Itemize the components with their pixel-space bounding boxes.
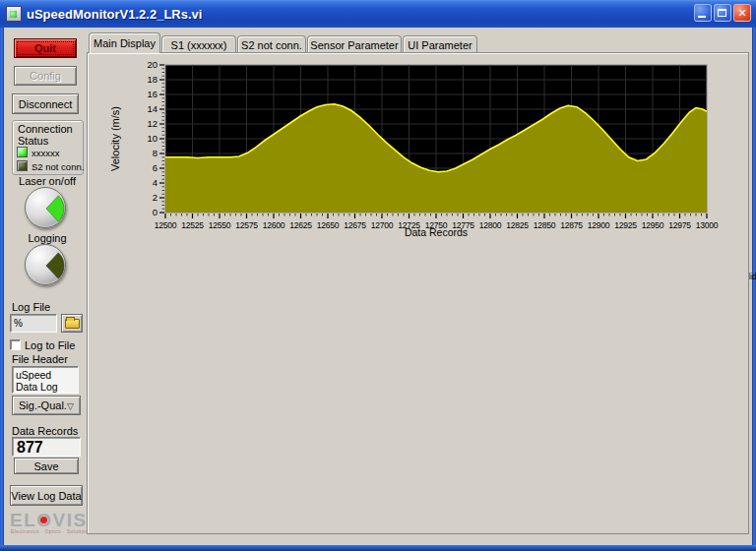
y-tick-label: 6 (153, 162, 158, 173)
close-icon (734, 6, 750, 21)
connection-status-title: Connection Status (18, 123, 79, 147)
config-button[interactable]: Config (14, 66, 77, 86)
x-tick-label: 13000 (696, 220, 719, 230)
laser-knob-indicator (26, 188, 67, 229)
window-title: uSpeedMonitorV1.2.2_LRs.vi (27, 7, 202, 22)
s2-status-label: S2 not conn. (32, 161, 84, 172)
y-tick-label: 20 (147, 59, 158, 70)
y-tick-label: 10 (147, 133, 158, 144)
connection-status-group: Connection Status xxxxxx S2 not conn. (12, 120, 84, 175)
log-file-label: Log File (12, 301, 50, 313)
browse-button[interactable] (61, 314, 83, 333)
close-button[interactable] (733, 4, 751, 22)
x-tick-label: 12975 (668, 220, 691, 230)
y-tick-label: 12 (147, 118, 158, 129)
x-tick-label: 12550 (209, 220, 231, 230)
x-tick-label: 12675 (344, 220, 366, 230)
y-tick-label: 18 (147, 74, 158, 85)
file-header-label: File Header (12, 353, 68, 365)
x-tick-label: 12750 (425, 220, 448, 230)
x-tick-label: 12825 (506, 220, 529, 230)
x-tick-label: 12875 (560, 220, 583, 230)
laser-knob[interactable] (25, 187, 66, 228)
maximize-icon (718, 9, 726, 17)
minimize-button[interactable] (694, 4, 712, 22)
x-tick-label: 12800 (479, 220, 502, 230)
view-log-data-button[interactable]: View Log Data (10, 485, 83, 506)
y-tick-label: 16 (147, 89, 158, 99)
data-records-display: 877 (12, 437, 81, 457)
s2-status-led (17, 160, 28, 171)
s1-status-label: xxxxxx (32, 148, 60, 158)
logging-knob[interactable] (25, 244, 66, 285)
log-file-input[interactable]: % (10, 314, 57, 333)
elovis-tagline: Electronics · Optics · Solutions (11, 528, 91, 534)
tab-ui-parameter[interactable]: UI Parameter (403, 35, 477, 53)
title-bar[interactable]: uSpeedMonitorV1.2.2_LRs.vi (0, 0, 756, 28)
window-border-left (0, 28, 4, 551)
y-tick-label: 0 (153, 207, 158, 217)
y-tick-label: 2 (153, 192, 158, 203)
window-border-bottom (0, 545, 756, 551)
file-header-input[interactable]: uSpeed Data Log (12, 366, 79, 394)
logo-part3: VIS (53, 510, 88, 530)
x-tick-label: 12775 (452, 220, 474, 230)
logo-o: O (36, 510, 52, 530)
x-tick-label: 12725 (398, 220, 420, 230)
x-tick-label: 12850 (534, 220, 556, 230)
x-tick-label: 12500 (155, 220, 177, 230)
logging-label: Logging (12, 232, 83, 244)
x-tick-label: 12650 (317, 220, 340, 230)
x-tick-label: 12525 (181, 220, 204, 230)
minimize-icon (698, 16, 706, 18)
laser-label: Laser on/off (12, 175, 83, 187)
sig-qual-dropdown-value: Sig.-Qual. (19, 399, 67, 411)
save-button[interactable]: Save (14, 458, 79, 474)
folder-icon (65, 319, 80, 329)
tab-s1[interactable]: S1 (xxxxxx) (161, 35, 236, 53)
y-tick-label: 14 (147, 103, 158, 114)
tab-sensor-parameter[interactable]: Sensor Parameter (307, 35, 402, 53)
y-tick-label: 8 (153, 148, 158, 158)
x-tick-label: 12900 (588, 220, 610, 230)
app-icon (6, 6, 22, 22)
x-tick-label: 12575 (235, 220, 258, 230)
window-border-right (752, 28, 756, 551)
data-records-label: Data Records (12, 425, 78, 437)
app-window: uSpeedMonitorV1.2.2_LRs.vi Quit Config D… (0, 0, 756, 551)
dropdown-arrow-icon (67, 399, 74, 411)
y-tick-label: 4 (153, 177, 158, 188)
sig-qual-dropdown[interactable]: Sig.-Qual. (12, 396, 81, 415)
logging-knob-indicator (26, 245, 67, 286)
x-tick-label: 12925 (614, 220, 637, 230)
x-tick-label: 12625 (289, 220, 312, 230)
s1-status-led (17, 147, 28, 157)
maximize-button[interactable] (714, 4, 731, 22)
tab-main-display[interactable]: Main Display (89, 32, 160, 53)
disconnect-button[interactable]: Disconnect (12, 93, 79, 114)
log-to-file-label: Log to File (25, 339, 75, 351)
x-tick-label: 12950 (642, 220, 664, 230)
quit-button[interactable]: Quit (14, 38, 77, 58)
velocity-chart-panel: Velocity (m/s) Data Records 125001252512… (99, 59, 735, 239)
tab-s2-not-conn[interactable]: S2 not conn. (237, 35, 306, 53)
x-tick-label: 12700 (371, 220, 394, 230)
logo-part1: EL (10, 510, 36, 530)
x-tick-label: 12600 (263, 220, 285, 230)
velocity-chart-svg: 1250012525125501257512600126251265012675… (99, 59, 735, 239)
log-to-file-checkbox[interactable] (10, 339, 21, 350)
